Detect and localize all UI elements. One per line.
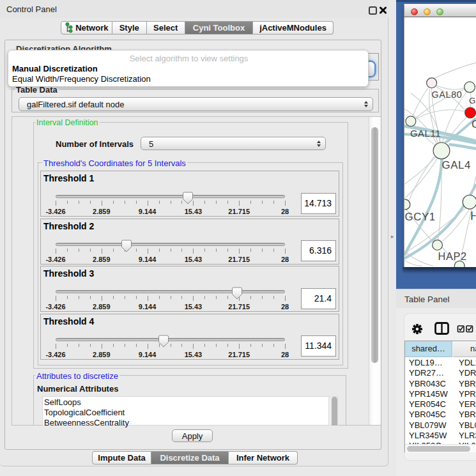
svg-text:HAP2: HAP2 — [438, 250, 467, 262]
svg-text:GAL4: GAL4 — [441, 159, 470, 171]
svg-text:C: C — [472, 118, 476, 130]
svg-text:GAL80: GAL80 — [432, 89, 463, 100]
svg-text:H: H — [470, 209, 476, 222]
svg-text:GAL11: GAL11 — [410, 128, 441, 139]
svg-text:GAL: GAL — [469, 96, 476, 105]
svg-text:GCY1: GCY1 — [404, 211, 435, 223]
